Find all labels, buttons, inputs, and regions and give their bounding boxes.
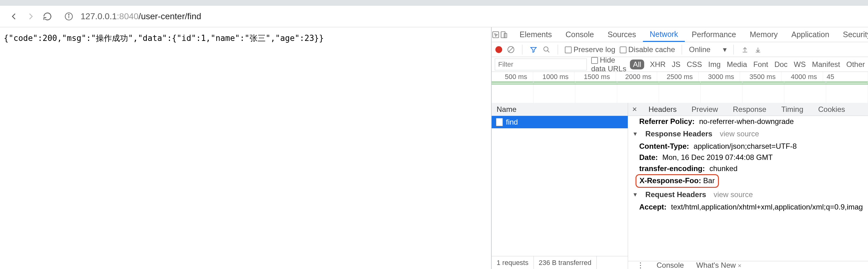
- throttling-label: Online: [689, 45, 710, 54]
- tab-sources[interactable]: Sources: [601, 27, 643, 42]
- request-list-footer: 1 requests 236 B transferred: [492, 256, 628, 269]
- response-headers-section[interactable]: ▼Response Headersview source: [628, 127, 868, 141]
- inspect-icon[interactable]: [492, 27, 500, 42]
- preserve-log-checkbox[interactable]: Preserve log: [565, 45, 615, 54]
- tab-security[interactable]: Security: [836, 27, 868, 42]
- detail-tabbar: × Headers Preview Response Timing Cookie…: [628, 103, 868, 116]
- url-path: /user-center/find: [138, 11, 201, 21]
- network-timeline[interactable]: 500 ms 1000 ms 1500 ms 2000 ms 2500 ms 3…: [492, 72, 868, 103]
- download-har-icon[interactable]: [754, 45, 762, 54]
- devtools-panel: Elements Console Sources Network Perform…: [491, 27, 868, 269]
- tab-elements[interactable]: Elements: [513, 27, 559, 42]
- url-host: 127.0.0.1: [81, 11, 117, 21]
- browser-toolbar: 127.0.0.1:8040/user-center/find: [0, 6, 868, 27]
- detail-tab-cookies[interactable]: Cookies: [811, 103, 852, 115]
- section-title: Response Headers: [645, 130, 712, 138]
- request-headers-section[interactable]: ▼Request Headersview source: [628, 188, 868, 201]
- timeline-tick: 1500 ms: [575, 72, 616, 81]
- header-content-type: Content-Type: application/json;charset=U…: [628, 141, 868, 152]
- tab-application[interactable]: Application: [785, 27, 836, 42]
- view-source-link[interactable]: view source: [714, 190, 753, 199]
- record-button[interactable]: [495, 46, 502, 53]
- separator: [558, 45, 558, 55]
- tab-console[interactable]: Console: [559, 27, 601, 42]
- detail-tab-headers[interactable]: Headers: [641, 103, 684, 115]
- devtools-tabbar: Elements Console Sources Network Perform…: [492, 27, 868, 42]
- request-list-header[interactable]: Name: [492, 103, 628, 116]
- separator: [734, 45, 734, 55]
- drawer-console-tab[interactable]: Console: [657, 261, 684, 269]
- clear-button[interactable]: [506, 45, 515, 54]
- filter-img[interactable]: Img: [708, 60, 720, 69]
- header-accept: Accept: text/html,application/xhtml+xml,…: [628, 201, 868, 212]
- back-button[interactable]: [9, 12, 19, 21]
- timeline-tick: 3000 ms: [699, 72, 740, 81]
- view-source-link[interactable]: view source: [720, 130, 759, 138]
- reload-button[interactable]: [43, 12, 52, 21]
- tab-performance[interactable]: Performance: [685, 27, 743, 42]
- drawer-whatsnew-tab[interactable]: What's New ×: [696, 261, 742, 269]
- request-list: Name find 1 requests 236 B transferred: [492, 103, 628, 269]
- timeline-tick: 3500 ms: [740, 72, 781, 81]
- triangle-down-icon: ▼: [632, 131, 638, 137]
- timeline-tick: 2500 ms: [657, 72, 699, 81]
- tab-memory[interactable]: Memory: [743, 27, 784, 42]
- timeline-tick: 4000 ms: [781, 72, 823, 81]
- hide-data-urls-checkbox[interactable]: Hide data URLs: [591, 56, 627, 73]
- transferred-size: 236 B transferred: [534, 256, 597, 269]
- request-detail-pane: × Headers Preview Response Timing Cookie…: [628, 103, 868, 269]
- filter-manifest[interactable]: Manifest: [812, 60, 840, 69]
- upload-har-icon[interactable]: [741, 45, 749, 54]
- headers-body: Referrer Policy: no-referrer-when-downgr…: [628, 116, 868, 261]
- forward-button[interactable]: [26, 12, 35, 21]
- referrer-policy-line: Referrer Policy: no-referrer-when-downgr…: [628, 116, 868, 127]
- timeline-tick: 1000 ms: [533, 72, 575, 81]
- throttling-select[interactable]: Online▾: [689, 45, 726, 54]
- svg-line-7: [508, 47, 514, 52]
- detail-tab-response[interactable]: Response: [725, 103, 774, 115]
- close-detail-button[interactable]: ×: [628, 104, 641, 114]
- header-date: Date: Mon, 16 Dec 2019 07:44:08 GMT: [628, 152, 868, 163]
- address-bar[interactable]: 127.0.0.1:8040/user-center/find: [81, 11, 201, 22]
- page-body: {"code":200,"msg":"操作成功","data":{"id":1,…: [0, 27, 491, 269]
- header-x-response-foo: X-Response-Foo: Bar: [628, 174, 868, 188]
- request-row-find[interactable]: find: [492, 116, 628, 128]
- url-port: :8040: [117, 11, 138, 21]
- filter-ws[interactable]: WS: [794, 60, 806, 69]
- filter-icon[interactable]: [529, 45, 538, 54]
- timeline-ruler: 500 ms 1000 ms 1500 ms 2000 ms 2500 ms 3…: [492, 72, 868, 82]
- disable-cache-checkbox[interactable]: Disable cache: [620, 45, 675, 54]
- network-filter-bar: Hide data URLs All XHR JS CSS Img Media …: [492, 57, 868, 72]
- request-name: find: [506, 118, 518, 127]
- device-toggle-icon[interactable]: [500, 27, 508, 42]
- filter-other[interactable]: Other: [846, 60, 865, 69]
- browser-tab-strip: [0, 0, 868, 6]
- svg-line-9: [548, 51, 549, 53]
- timeline-tick: 45: [823, 72, 868, 81]
- section-title: Request Headers: [645, 190, 706, 199]
- filter-css[interactable]: CSS: [687, 60, 702, 69]
- filter-all[interactable]: All: [630, 60, 645, 69]
- drawer-menu-icon[interactable]: ⋮: [637, 261, 644, 269]
- filter-doc[interactable]: Doc: [774, 60, 788, 69]
- filter-media[interactable]: Media: [727, 60, 747, 69]
- filter-xhr[interactable]: XHR: [650, 60, 665, 69]
- chevron-down-icon: ▾: [723, 45, 726, 54]
- svg-rect-5: [504, 33, 507, 37]
- filter-js[interactable]: JS: [672, 60, 680, 69]
- close-icon[interactable]: ×: [738, 262, 742, 269]
- site-info-icon[interactable]: [64, 12, 73, 21]
- detail-tab-timing[interactable]: Timing: [774, 103, 811, 115]
- filter-input[interactable]: [495, 59, 587, 70]
- file-icon: [496, 118, 503, 126]
- svg-rect-4: [501, 32, 505, 38]
- search-icon[interactable]: [542, 45, 551, 54]
- separator: [522, 45, 522, 55]
- filter-font[interactable]: Font: [753, 60, 768, 69]
- detail-tab-preview[interactable]: Preview: [684, 103, 725, 115]
- drawer-tabbar: ⋮ Console What's New ×: [628, 261, 868, 269]
- disable-cache-label: Disable cache: [628, 45, 675, 54]
- separator: [682, 45, 682, 55]
- svg-point-2: [68, 14, 69, 15]
- tab-network[interactable]: Network: [643, 27, 685, 42]
